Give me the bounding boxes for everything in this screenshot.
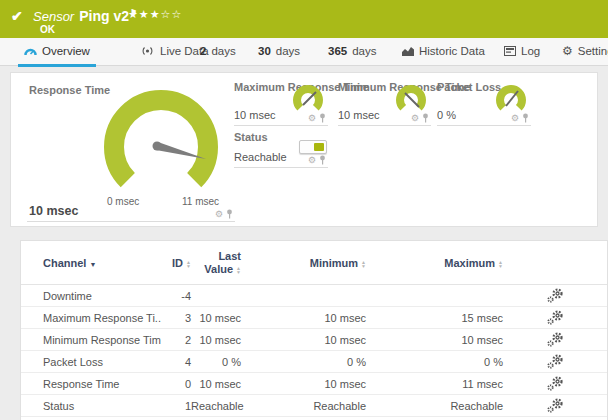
panel-gear-icon[interactable]: ⚙	[511, 114, 519, 123]
packet-loss-panel[interactable]: Packet Loss 0 % ⚙	[437, 79, 531, 126]
stars-empty[interactable]: ☆☆	[161, 8, 183, 20]
table-row-response-time[interactable]: Response Time 0 10 msec 10 msec 11 msec	[21, 373, 607, 395]
channel-maximum: 10 msec	[366, 334, 503, 346]
col-header-id[interactable]: ID▲▼	[161, 257, 191, 269]
sensor-name: Ping v2	[79, 8, 129, 24]
channel-minimum: 10 msec	[241, 312, 366, 324]
tab-30-days-label: days	[276, 45, 300, 57]
channel-last-value: 10 msec	[191, 334, 241, 346]
pin-icon[interactable]	[226, 209, 233, 219]
tab-settings-label: Settings	[578, 45, 608, 57]
response-time-title: Response Time	[29, 84, 110, 96]
response-time-value: 10 msec	[29, 204, 78, 218]
tab-30-days-number: 30	[258, 45, 271, 57]
sort-desc-icon: ▼	[89, 261, 96, 268]
channel-settings-gears-icon[interactable]	[547, 332, 563, 347]
tab-365-days-number: 365	[328, 45, 347, 57]
sort-icon: ▲▼	[498, 260, 503, 268]
col-header-last-value[interactable]: Last Value▲▼	[191, 250, 241, 276]
sensor-title-line: SensorPing v2⚑	[33, 7, 137, 25]
status-value: Reachable	[234, 151, 287, 163]
live-signal-icon	[140, 46, 155, 56]
gauge-scale-min: 0 msec	[107, 196, 139, 207]
channel-name: Maximum Response Ti...	[43, 312, 161, 324]
status-panel[interactable]: Status Reachable ⚙	[234, 129, 328, 168]
pin-icon[interactable]	[522, 113, 529, 123]
channel-name: Downtime	[43, 290, 161, 302]
panel-gear-icon[interactable]: ⚙	[411, 114, 419, 123]
tab-overview[interactable]: Overview	[18, 38, 96, 67]
channel-last-value: 0 %	[191, 356, 241, 368]
tab-log[interactable]: Log	[498, 38, 546, 64]
channel-table-header: Channel▼ ID▲▼ Last Value▲▼ Minimum▲▼ Max…	[21, 241, 607, 285]
pin-icon[interactable]	[319, 155, 326, 165]
channel-name: Status	[43, 400, 161, 412]
max-response-time-value: 10 msec	[234, 109, 276, 121]
sensor-status-text: OK	[40, 24, 55, 35]
tab-30-days[interactable]: 30 days	[252, 38, 306, 64]
gauge-scale-max: 11 msec	[182, 196, 219, 207]
channel-table: Channel▼ ID▲▼ Last Value▲▼ Minimum▲▼ Max…	[20, 240, 608, 420]
tab-settings[interactable]: ⚙ Settings	[556, 38, 608, 64]
packet-loss-value: 0 %	[437, 109, 456, 121]
channel-id: 4	[161, 356, 191, 368]
pin-icon[interactable]	[422, 113, 429, 123]
prtg-sensor-page: ✔ SensorPing v2⚑ ★★★☆☆ OK Overview Live …	[0, 0, 608, 420]
channel-minimum: 10 msec	[241, 334, 366, 346]
gear-icon: ⚙	[562, 44, 573, 58]
channel-minimum: 0 %	[241, 356, 366, 368]
col-header-channel[interactable]: Channel▼	[43, 257, 161, 269]
channel-maximum: Reachable	[366, 400, 503, 412]
table-row-downtime[interactable]: Downtime -4	[21, 285, 607, 307]
channel-last-value: Reachable	[191, 400, 241, 412]
tab-2-days[interactable]: 2 days	[194, 38, 242, 64]
tab-historic-data[interactable]: Historic Data	[396, 38, 491, 64]
max-response-time-panel[interactable]: Maximum Response Time 10 msec ⚙	[234, 79, 328, 126]
col-header-minimum[interactable]: Minimum▲▼	[241, 257, 366, 269]
gauge-icon	[24, 46, 37, 57]
tab-bar: Overview Live Data 2 days 30 days 365 da…	[0, 38, 608, 66]
tab-365-days-label: days	[352, 45, 376, 57]
response-time-gauge	[101, 87, 221, 207]
channel-minimum: 10 msec	[241, 378, 366, 390]
table-row-maximum-response-time[interactable]: Maximum Response Ti... 3 10 msec 10 msec…	[21, 307, 607, 329]
status-toggle-knob	[314, 143, 324, 151]
channel-id: -4	[161, 290, 191, 302]
col-header-maximum[interactable]: Maximum▲▼	[366, 257, 503, 269]
status-title: Status	[234, 131, 268, 143]
channel-settings-gears-icon[interactable]	[547, 398, 563, 413]
channel-id: 2	[161, 334, 191, 346]
channel-name: Minimum Response Time	[43, 334, 161, 346]
channel-last-value: 10 msec	[191, 312, 241, 324]
channel-settings-gears-icon[interactable]	[547, 310, 563, 325]
channel-maximum: 15 msec	[366, 312, 503, 324]
priority-stars[interactable]: ★★★☆☆	[128, 8, 182, 21]
response-time-gauge-panel[interactable]: Response Time 0 msec 11 msec 10 msec ⚙	[27, 79, 235, 222]
tab-365-days[interactable]: 365 days	[322, 38, 382, 64]
panel-gear-icon[interactable]: ⚙	[308, 114, 316, 123]
ok-check-icon: ✔	[11, 8, 23, 24]
min-response-time-panel[interactable]: Minimum Response Time 10 msec ⚙	[338, 79, 431, 126]
packet-loss-title: Packet Loss	[437, 81, 501, 93]
tab-historic-data-label: Historic Data	[419, 45, 485, 57]
table-row-minimum-response-time[interactable]: Minimum Response Time 2 10 msec 10 msec …	[21, 329, 607, 351]
channel-settings-gears-icon[interactable]	[547, 376, 563, 391]
table-row-status[interactable]: Status 1 Reachable Reachable Reachable	[21, 395, 607, 417]
stars-filled[interactable]: ★★★	[128, 8, 161, 20]
channel-name: Response Time	[43, 378, 161, 390]
panel-gear-icon[interactable]: ⚙	[308, 156, 316, 165]
channel-id: 3	[161, 312, 191, 324]
panel-gear-icon[interactable]: ⚙	[215, 210, 223, 219]
pin-icon[interactable]	[319, 113, 326, 123]
sensor-status-header: ✔ SensorPing v2⚑ ★★★☆☆ OK	[0, 0, 608, 38]
channel-id: 1	[161, 400, 191, 412]
chart-icon	[402, 46, 414, 56]
table-row-packet-loss[interactable]: Packet Loss 4 0 % 0 % 0 %	[21, 351, 607, 373]
channel-settings-gears-icon[interactable]	[547, 288, 563, 303]
channel-settings-gears-icon[interactable]	[547, 354, 563, 369]
tab-2-days-number: 2	[200, 45, 206, 57]
tab-log-label: Log	[521, 45, 540, 57]
channel-maximum: 11 msec	[366, 378, 503, 390]
channel-minimum: Reachable	[241, 400, 366, 412]
min-response-time-value: 10 msec	[338, 109, 380, 121]
